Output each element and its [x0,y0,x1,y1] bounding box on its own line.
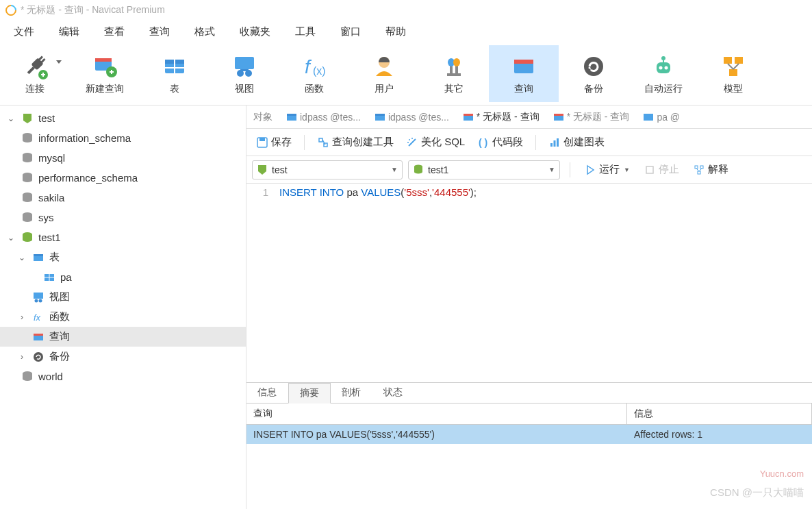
svg-point-32 [659,66,663,69]
tree-label: mysql [38,152,65,164]
tree-table-pa[interactable]: pa [0,267,246,287]
tool-function[interactable]: f(x) 函数 [279,45,349,102]
tool-auto[interactable]: 自动运行 [629,45,698,102]
header-info[interactable]: 信息 [627,404,812,424]
chart-icon [548,136,561,149]
menu-help[interactable]: 帮助 [375,23,417,41]
titlebar: * 无标题 - 查询 - Navicat Premium [0,0,812,21]
main-area: ⌄ test information_schema mysql performa… [0,105,812,509]
snippets-button[interactable]: ( ) 代码段 [473,133,527,151]
tree-toggle-icon[interactable]: ⌄ [5,113,16,124]
svg-rect-27 [447,73,461,76]
tool-table[interactable]: 表 [140,45,210,102]
menu-file[interactable]: 文件 [3,23,45,41]
svg-text:fx: fx [34,312,41,323]
watermark-author: CSDN @一只大喵喵 [710,486,804,499]
tab-idpass-1[interactable]: idpass @tes... [279,108,368,127]
run-button[interactable]: 运行 ▼ [580,160,634,179]
menu-format[interactable]: 格式 [183,23,226,41]
tree-functions[interactable]: › fx 函数 [0,307,246,327]
tree-db-world[interactable]: world [0,367,246,386]
menubar: 文件 编辑 查看 查询 格式 收藏夹 工具 窗口 帮助 [0,21,812,42]
tree-toggle-icon[interactable]: › [16,351,27,362]
tree-toggle-icon[interactable]: ⌄ [5,232,16,243]
sql-editor[interactable]: 1 INSERT INTO pa VALUES('5sss','444555')… [246,184,812,382]
tree-db-test1[interactable]: ⌄ test1 [0,227,246,247]
svg-rect-84 [695,166,698,169]
menu-view[interactable]: 查看 [93,23,136,41]
db-icon [413,164,424,175]
tree-label: performance_schema [38,172,138,184]
query-builder-button[interactable]: 查询创建工具 [313,133,398,151]
query-icon [510,53,537,80]
beautify-button[interactable]: 美化 SQL [402,133,469,151]
tab-objects[interactable]: 对象 [246,107,279,127]
tool-backup[interactable]: 备份 [559,45,629,102]
tab-pa[interactable]: pa @ [636,108,687,127]
tree-db-performance-schema[interactable]: performance_schema [0,168,246,188]
svg-rect-63 [375,114,385,116]
tool-connect[interactable]: 连接 [0,45,70,102]
svg-line-39 [728,64,733,69]
tree-db-mysql[interactable]: mysql [0,148,246,168]
svg-rect-23 [450,65,453,75]
tree-label: sys [38,212,54,223]
tree-label: 函数 [49,310,70,323]
robot-icon [650,53,677,80]
query-icon [553,112,564,123]
tree-conn-test[interactable]: ⌄ test [0,108,246,128]
svg-point-54 [39,299,42,302]
menu-tools[interactable]: 工具 [284,23,327,41]
chevron-down-icon [56,60,62,64]
chevron-down-icon: ▼ [391,166,398,173]
rtab-status[interactable]: 状态 [372,383,414,403]
tree-tables[interactable]: ⌄ 表 [0,247,246,267]
rtab-info[interactable]: 信息 [246,383,288,403]
tree-views[interactable]: 视图 [0,287,246,307]
tree-db-information-schema[interactable]: information_schema [0,128,246,148]
svg-rect-68 [644,114,653,121]
tool-query[interactable]: 查询 [489,45,559,102]
tab-untitled-1[interactable]: * 无标题 - 查询 [456,107,546,127]
result-row[interactable]: INSERT INTO pa VALUES('5sss','444555') A… [246,425,812,444]
tree-queries[interactable]: 查询 [0,327,246,347]
tool-other[interactable]: 其它 [419,45,489,102]
explain-button[interactable]: 解释 [689,160,733,179]
svg-rect-37 [735,57,743,64]
tab-idpass-2[interactable]: idpass @tes... [368,108,456,127]
tree-toggle-icon[interactable]: › [16,312,27,323]
menu-edit[interactable]: 编辑 [48,23,90,41]
user-icon [370,53,398,80]
svg-text:f: f [305,56,312,77]
tree-label: information_schema [38,132,131,144]
tree-toggle-icon[interactable]: ⌄ [16,252,27,263]
tree-db-sys[interactable]: sys [0,208,246,227]
tool-model[interactable]: 模型 [698,45,768,102]
tool-new-query[interactable]: 新建查询 [70,45,140,102]
svg-rect-16 [235,57,254,69]
code-area[interactable]: INSERT INTO pa VALUES('5sss','444555'); [274,184,812,382]
tree-backups[interactable]: › 备份 [0,347,246,367]
stop-button: 停止 [639,160,683,179]
plug-icon [21,53,49,80]
tool-user[interactable]: 用户 [349,45,419,102]
tab-strip: 对象 idpass @tes... idpass @tes... * 无标题 -… [246,105,812,129]
menu-query[interactable]: 查询 [138,23,181,41]
database-select[interactable]: test1 ▼ [408,160,560,179]
header-query[interactable]: 查询 [246,404,627,424]
stop-icon [644,164,656,176]
chart-button[interactable]: 创建图表 [544,133,609,151]
rtab-summary[interactable]: 摘要 [288,383,331,404]
connection-select[interactable]: test ▼ [252,160,403,179]
menu-favorites[interactable]: 收藏夹 [229,23,281,41]
save-button[interactable]: 保存 [252,133,296,151]
menu-window[interactable]: 窗口 [329,23,372,41]
rtab-profile[interactable]: 剖析 [331,383,372,403]
tree-db-sakila[interactable]: sakila [0,188,246,208]
tree-label: 备份 [49,350,70,363]
toolbar: 连接 新建查询 表 视图 f(x) 函数 用户 其它 [0,42,812,105]
tool-view[interactable]: 视图 [210,45,279,102]
table-icon [643,112,654,123]
tab-untitled-2[interactable]: * 无标题 - 查询 [546,107,637,127]
db-icon [21,370,34,384]
